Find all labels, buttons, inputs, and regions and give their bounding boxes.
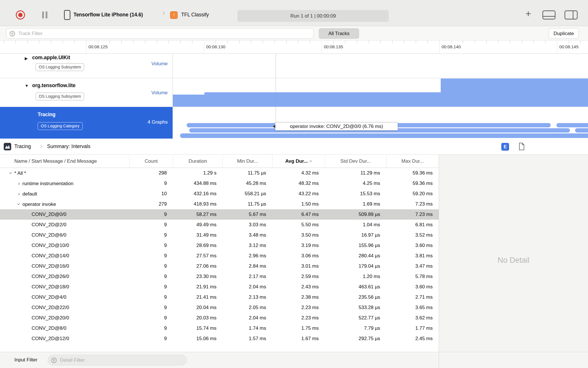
row-avg: 1.50 ms (272, 199, 325, 209)
track-filter-input[interactable] (18, 28, 308, 39)
ruler-tick (486, 41, 487, 43)
all-tracks-button[interactable]: All Tracks (319, 28, 359, 39)
row-name-cell: ›* All * (0, 168, 129, 178)
table-row[interactable]: CONV_2D@20/0920.03 ms2.04 ms2.23 ms522.7… (0, 313, 439, 323)
row-name: CONV_2D@18/0 (32, 284, 69, 290)
breadcrumb-item-tracing[interactable]: Tracing (14, 139, 31, 154)
detail-view-toggle-button[interactable]: E (501, 143, 509, 151)
pane-divider[interactable] (439, 155, 439, 368)
row-name: CONV_2D@16/0 (32, 263, 69, 269)
device-name[interactable]: Tensorflow Lite iPhone (14.6) (74, 12, 143, 18)
row-min: 2.04 ms (223, 282, 272, 292)
track-row-tensorflow[interactable]: ▼ org.tensorflow.lite OS Logging Subsyst… (0, 78, 588, 107)
column-header-count[interactable]: Count (129, 155, 173, 168)
row-duration: 432.16 ms (173, 189, 223, 199)
table-row[interactable]: CONV_2D@8/0915.74 ms1.74 ms1.75 ms7.79 µ… (0, 323, 439, 334)
sort-chevron-icon: › (305, 160, 318, 162)
table-row[interactable]: CONV_2D@12/0915.06 ms1.57 ms1.67 ms292.7… (0, 334, 439, 344)
track-label[interactable]: ▼ org.tensorflow.lite OS Logging Subsyst… (0, 78, 173, 107)
table-row[interactable]: CONV_2D@6/0931.49 ms3.48 ms3.50 ms16.97 … (0, 230, 439, 240)
column-header-duration[interactable]: Duration (173, 155, 223, 168)
row-std: 179.04 µs (325, 261, 386, 271)
expand-chevron-icon[interactable]: › (16, 189, 22, 199)
pause-button[interactable] (42, 12, 47, 18)
column-header-max-duration[interactable]: Max Dur... (386, 155, 439, 168)
row-min: 3.12 ms (223, 240, 272, 251)
column-header-name[interactable]: Name / Start Message / End Message (0, 155, 129, 168)
interval-bar[interactable] (180, 133, 588, 138)
row-name: CONV_2D@2/0 (32, 222, 66, 227)
target-app-icon: ↑ (170, 11, 178, 19)
ruler-tick (522, 41, 522, 43)
detail-filter-field[interactable] (48, 355, 187, 365)
table-row[interactable]: CONV_2D@0/0958.27 ms5.67 ms6.47 ms509.89… (0, 209, 439, 220)
row-name-cell: CONV_2D@8/0 (0, 323, 129, 334)
row-name: CONV_2D@0/0 (32, 212, 66, 217)
table-row[interactable]: CONV_2D@14/0927.57 ms2.96 ms3.06 ms280.4… (0, 251, 439, 261)
duplicate-button[interactable]: Duplicate (549, 28, 579, 39)
track-label[interactable]: Tracing OS Logging Category 4 Graphs (0, 107, 173, 139)
row-min: 2.13 ms (223, 292, 272, 302)
ruler-tick (392, 41, 392, 43)
row-duration: 27.57 ms (173, 251, 223, 261)
table-row[interactable]: CONV_2D@16/0927.06 ms2.84 ms3.01 ms179.0… (0, 261, 439, 271)
table-row[interactable]: ›* All *2981.29 s11.75 µs4.32 ms11.29 ms… (0, 168, 439, 178)
table-row[interactable]: CONV_2D@26/0923.30 ms2.17 ms2.59 ms1.20 … (0, 271, 439, 282)
breadcrumb-separator-icon: › (40, 139, 42, 154)
table-row[interactable]: CONV_2D@22/0920.04 ms2.05 ms2.23 ms533.2… (0, 302, 439, 313)
ruler-tick (498, 41, 498, 43)
target-name[interactable]: TFL Classify (181, 12, 209, 18)
row-duration: 20.04 ms (173, 302, 223, 313)
ruler-tick (510, 41, 510, 43)
row-name-cell: CONV_2D@20/0 (0, 313, 129, 323)
ruler-tick (192, 41, 192, 43)
disclosure-expanded-icon[interactable]: ▼ (25, 83, 29, 88)
document-icon[interactable] (519, 143, 525, 150)
toggle-right-pane-button[interactable] (564, 10, 578, 21)
ruler-label: 00:08.125 (88, 41, 108, 53)
expand-chevron-icon[interactable]: › (16, 178, 22, 189)
interval-bar[interactable] (575, 128, 588, 133)
playhead-line[interactable] (276, 54, 276, 130)
track-row-uikit[interactable]: ▶ com.apple.UIKit OS Logging Subsystem V… (0, 54, 588, 78)
timeline-ruler[interactable]: 00:08.12500:08.13000:08.13500:08.14000:0… (0, 41, 588, 54)
row-min: 2.84 ms (223, 261, 272, 271)
interval-tooltip: operator invoke: CONV_2D@0/0 (6.76 ms) (275, 122, 398, 131)
row-max: 3.60 ms (386, 240, 439, 251)
ruler-label: 00:08.130 (206, 41, 225, 53)
disclosure-collapsed-icon[interactable]: ▶ (25, 56, 28, 61)
interval-bar[interactable] (556, 123, 588, 127)
row-name-cell: CONV_2D@18/0 (0, 282, 129, 292)
collapse-chevron-icon[interactable]: › (14, 201, 24, 208)
row-count: 9 (129, 251, 173, 261)
column-header-min-duration[interactable]: Min Dur... (223, 155, 272, 168)
track-filter-field[interactable] (6, 28, 314, 39)
ruler-tick (180, 41, 181, 43)
breadcrumb-item-summary[interactable]: Summary: Intervals (47, 139, 90, 154)
record-button[interactable] (16, 10, 25, 20)
table-row[interactable]: ›default10432.16 ms558.21 µs43.22 ms15.5… (0, 189, 439, 199)
table-row[interactable]: CONV_2D@2/0949.49 ms3.03 ms5.50 ms1.04 m… (0, 220, 439, 230)
table-row[interactable]: ›operator invoke279418.93 ms11.75 µs1.50… (0, 199, 439, 209)
detail-filter-input[interactable] (60, 355, 181, 365)
row-count: 9 (129, 302, 173, 313)
track-label[interactable]: ▶ com.apple.UIKit OS Logging Subsystem V… (0, 54, 173, 78)
row-name: CONV_2D@26/0 (32, 274, 69, 279)
row-avg: 48.32 ms (272, 178, 325, 189)
table-row[interactable]: CONV_2D@18/0921.91 ms2.04 ms2.43 ms463.6… (0, 282, 439, 292)
table-row[interactable]: ›runtime instrumentation9434.88 ms45.28 … (0, 178, 439, 189)
filter-bar: All Tracks Duplicate (0, 26, 588, 41)
table-row[interactable]: CONV_2D@4/0921.41 ms2.13 ms2.38 ms235.56… (0, 292, 439, 302)
add-instrument-button[interactable]: + (525, 8, 531, 19)
row-name-cell: ›runtime instrumentation (0, 178, 129, 189)
toggle-bottom-pane-button[interactable] (542, 10, 556, 21)
row-std: 509.89 µs (325, 209, 386, 220)
column-header-std-dev-duration[interactable]: Std Dev Dur... (325, 155, 386, 168)
table-row[interactable]: CONV_2D@10/0928.69 ms3.12 ms3.19 ms155.9… (0, 240, 439, 251)
column-header-avg-duration[interactable]: Avg Dur...› (272, 155, 325, 168)
row-min: 3.03 ms (223, 220, 272, 230)
row-avg: 2.38 ms (272, 292, 325, 302)
row-count: 9 (129, 334, 173, 344)
row-duration: 418.93 ms (173, 199, 223, 209)
collapse-chevron-icon[interactable]: › (6, 170, 16, 177)
